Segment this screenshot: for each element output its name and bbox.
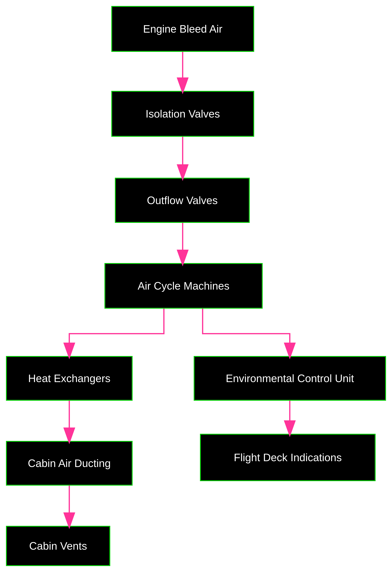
node-cabin-vents[interactable]: Cabin Vents <box>6 526 110 566</box>
node-engine-bleed-air[interactable]: Engine Bleed Air <box>111 6 254 52</box>
flowchart: Engine Bleed Air Isolation Valves Outflo… <box>0 0 392 572</box>
node-cabin-air-ducting[interactable]: Cabin Air Ducting <box>6 441 133 486</box>
node-air-cycle-machines[interactable]: Air Cycle Machines <box>104 263 263 309</box>
node-heat-exchangers[interactable]: Heat Exchangers <box>6 356 133 401</box>
node-isolation-valves[interactable]: Isolation Valves <box>111 91 254 137</box>
node-outflow-valves[interactable]: Outflow Valves <box>115 178 250 223</box>
node-flight-deck-indications[interactable]: Flight Deck Indications <box>200 434 376 481</box>
node-environmental-control-unit[interactable]: Environmental Control Unit <box>194 356 386 401</box>
